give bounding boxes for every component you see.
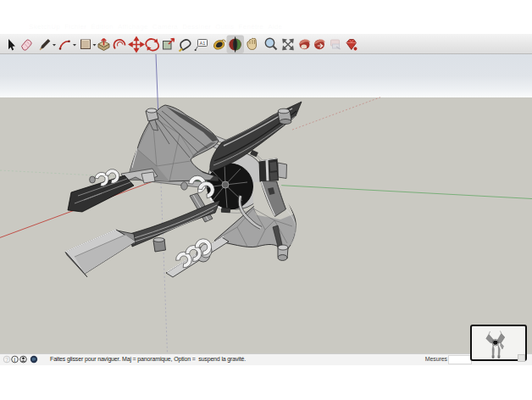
svg-text:?: ? [5,357,8,363]
svg-text:A1: A1 [200,41,206,46]
